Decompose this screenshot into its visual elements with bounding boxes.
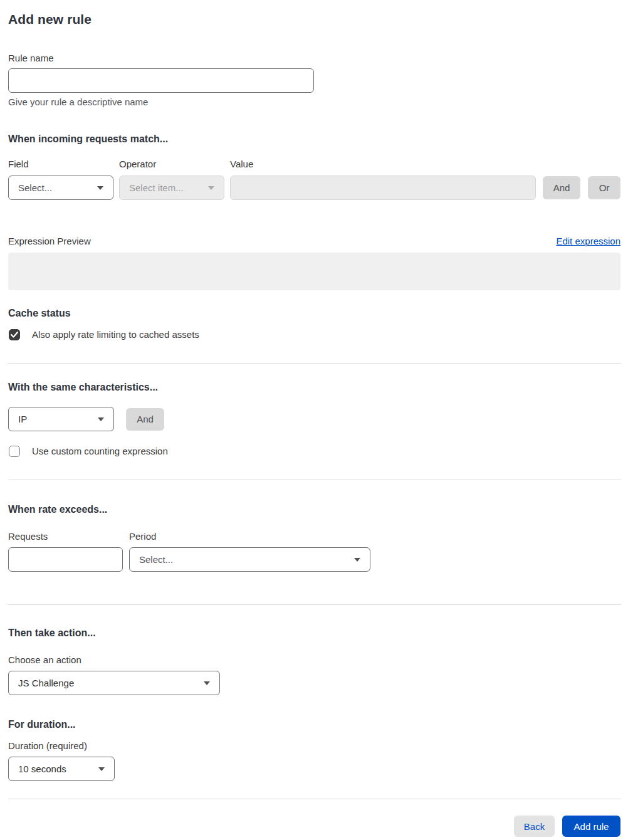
duration-select-value: 10 seconds <box>18 764 66 774</box>
for-duration-heading: For duration... <box>8 718 620 731</box>
period-label: Period <box>129 531 370 542</box>
check-icon <box>11 332 18 338</box>
rate-row: Requests Period Select... <box>8 531 620 572</box>
rate-exceeds-heading: When rate exceeds... <box>8 503 620 516</box>
requests-label: Requests <box>8 531 123 542</box>
custom-counting-checkbox-label: Use custom counting expression <box>32 445 168 457</box>
cache-status-heading: Cache status <box>8 307 620 320</box>
cached-assets-checkbox-label: Also apply rate limiting to cached asset… <box>32 328 199 340</box>
value-input <box>230 176 536 200</box>
period-select[interactable]: Select... <box>129 547 370 572</box>
or-button[interactable]: Or <box>588 176 620 199</box>
duration-select[interactable]: 10 seconds <box>8 757 115 781</box>
characteristic-select[interactable]: IP <box>8 407 114 431</box>
field-column: Field Select... <box>8 159 113 200</box>
chevron-down-icon <box>208 186 214 190</box>
duration-label: Duration (required) <box>8 740 620 751</box>
expression-preview-box <box>8 253 620 290</box>
rule-name-label: Rule name <box>8 53 620 63</box>
action-select-value: JS Challenge <box>18 678 74 688</box>
page-title: Add new rule <box>8 11 620 28</box>
requests-input[interactable] <box>8 547 123 572</box>
rule-name-input[interactable] <box>8 68 314 93</box>
characteristics-heading: With the same characteristics... <box>8 381 620 394</box>
cached-assets-checkbox[interactable] <box>9 329 20 340</box>
period-select-value: Select... <box>139 554 173 565</box>
chevron-down-icon <box>98 417 104 421</box>
period-column: Period Select... <box>129 531 370 572</box>
expression-preview-header: Expression Preview Edit expression <box>8 236 620 246</box>
add-rule-form: Add new rule Rule name Give your rule a … <box>0 0 628 840</box>
chevron-down-icon <box>354 558 360 562</box>
operator-column: Operator Select item... <box>119 159 224 200</box>
back-button[interactable]: Back <box>514 816 555 837</box>
match-expression-row: Field Select... Operator Select item... … <box>8 159 620 200</box>
field-label: Field <box>8 159 113 169</box>
and-button[interactable]: And <box>543 176 580 199</box>
operator-label: Operator <box>119 159 224 169</box>
characteristic-select-value: IP <box>18 414 27 424</box>
operator-select-value: Select item... <box>129 182 184 193</box>
take-action-heading: Then take action... <box>8 627 620 639</box>
custom-counting-checkbox[interactable] <box>9 446 20 457</box>
choose-action-label: Choose an action <box>8 654 620 665</box>
action-select[interactable]: JS Challenge <box>8 671 220 695</box>
characteristic-and-button[interactable]: And <box>126 408 164 431</box>
match-section-heading: When incoming requests match... <box>8 133 620 145</box>
requests-column: Requests <box>8 531 123 572</box>
custom-counting-checkbox-row: Use custom counting expression <box>8 445 620 457</box>
add-rule-button[interactable]: Add rule <box>562 816 620 837</box>
section-divider <box>8 480 621 480</box>
field-select[interactable]: Select... <box>8 176 113 200</box>
footer-actions: Back Add rule <box>8 816 620 837</box>
edit-expression-link[interactable]: Edit expression <box>556 236 620 246</box>
rule-name-helper: Give your rule a descriptive name <box>8 97 620 107</box>
field-select-value: Select... <box>18 182 52 193</box>
operator-select: Select item... <box>119 176 224 200</box>
section-divider <box>8 363 621 364</box>
section-divider <box>8 604 621 605</box>
value-label: Value <box>230 159 536 169</box>
cached-assets-checkbox-row: Also apply rate limiting to cached asset… <box>8 328 620 340</box>
expression-preview-label: Expression Preview <box>8 236 91 246</box>
chevron-down-icon <box>97 186 103 190</box>
chevron-down-icon <box>204 681 210 685</box>
characteristics-row: IP And <box>8 407 620 431</box>
value-column: Value <box>230 159 536 200</box>
chevron-down-icon <box>98 767 105 771</box>
footer-divider <box>8 799 621 799</box>
